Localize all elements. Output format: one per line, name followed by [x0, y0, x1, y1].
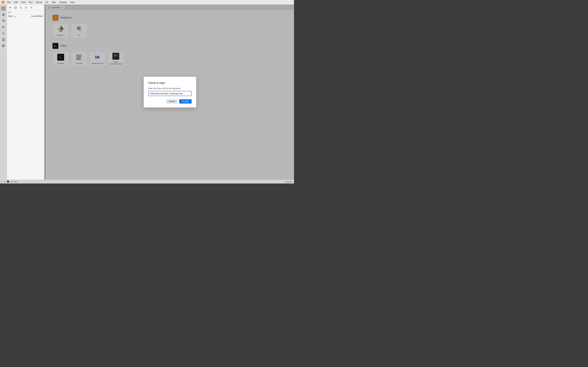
menu-git[interactable]: Git	[44, 1, 50, 4]
filter-button[interactable]	[29, 6, 33, 9]
sidebar-item-users[interactable]	[1, 25, 6, 30]
main-layout: / Name ▲ Last Modified Launcher ✕	[0, 5, 294, 180]
svg-rect-14	[4, 45, 5, 46]
active-panel-label: Launcher	[285, 181, 292, 183]
clone-button[interactable]: CLONE	[179, 99, 192, 104]
dialog-label: Enter the Clone URI of the repository	[148, 87, 192, 90]
clone-uri-input[interactable]	[148, 91, 192, 96]
new-folder-button[interactable]	[13, 6, 17, 9]
status-bar: 1 3 Git: idle Launcher	[0, 180, 294, 184]
menu-tabs[interactable]: Tabs	[50, 1, 57, 4]
mode-indicator	[7, 180, 9, 183]
svg-point-6	[4, 21, 4, 22]
sidebar	[0, 5, 7, 180]
file-browser-toolbar	[7, 5, 44, 11]
sidebar-item-git[interactable]	[1, 18, 6, 24]
new-file-button[interactable]	[8, 6, 12, 9]
svg-point-7	[4, 20, 4, 21]
svg-point-9	[4, 26, 5, 27]
menu-kernel[interactable]: Kernel	[35, 1, 43, 4]
launcher-panel: Launcher ✕ Notebook	[46, 5, 294, 180]
app-logo	[1, 1, 5, 4]
menu-bar: File Edit View Run Kernel Git Tabs Setti…	[0, 0, 294, 5]
clone-dialog: Clone a repo Enter the Clone URI of the …	[144, 77, 196, 108]
svg-point-8	[3, 26, 4, 27]
svg-rect-4	[3, 14, 4, 15]
status-left: 1 3 Git: idle	[2, 180, 17, 183]
sidebar-item-extensions[interactable]	[1, 43, 6, 49]
col-number: 3	[4, 181, 5, 183]
file-header: Name ▲ Last Modified	[7, 14, 44, 18]
menu-settings[interactable]: Settings	[58, 1, 68, 4]
menu-edit[interactable]: Edit	[13, 1, 19, 4]
sidebar-item-files[interactable]	[1, 6, 6, 11]
dialog-buttons: Cancel CLONE	[148, 99, 192, 104]
column-modified: Last Modified	[26, 15, 43, 17]
svg-point-10	[3, 33, 4, 34]
menu-view[interactable]: View	[19, 1, 27, 4]
upload-button[interactable]	[19, 6, 23, 9]
content-area: Launcher ✕ Notebook	[44, 5, 294, 180]
git-status: Git: idle	[11, 181, 17, 183]
sidebar-item-settings[interactable]	[1, 31, 6, 36]
status-right: Launcher	[285, 181, 292, 183]
menu-file[interactable]: File	[6, 1, 12, 4]
svg-rect-2	[2, 8, 3, 8]
svg-rect-13	[2, 45, 3, 46]
menu-help[interactable]: Help	[69, 1, 76, 4]
dialog-title: Clone a repo	[148, 81, 192, 85]
sidebar-item-pages[interactable]	[1, 37, 6, 42]
svg-rect-32	[7, 181, 9, 183]
dialog-overlay: Clone a repo Enter the Clone URI of the …	[46, 5, 294, 180]
svg-point-5	[2, 20, 3, 21]
breadcrumb: /	[7, 11, 44, 14]
cancel-button[interactable]: Cancel	[166, 99, 178, 104]
refresh-button[interactable]	[24, 6, 28, 9]
column-name: Name ▲	[8, 15, 26, 17]
line-number: 1	[2, 181, 3, 183]
file-browser: / Name ▲ Last Modified	[7, 5, 44, 180]
menu-run[interactable]: Run	[27, 1, 34, 4]
sidebar-item-running[interactable]	[1, 12, 6, 17]
svg-rect-15	[2, 46, 3, 47]
